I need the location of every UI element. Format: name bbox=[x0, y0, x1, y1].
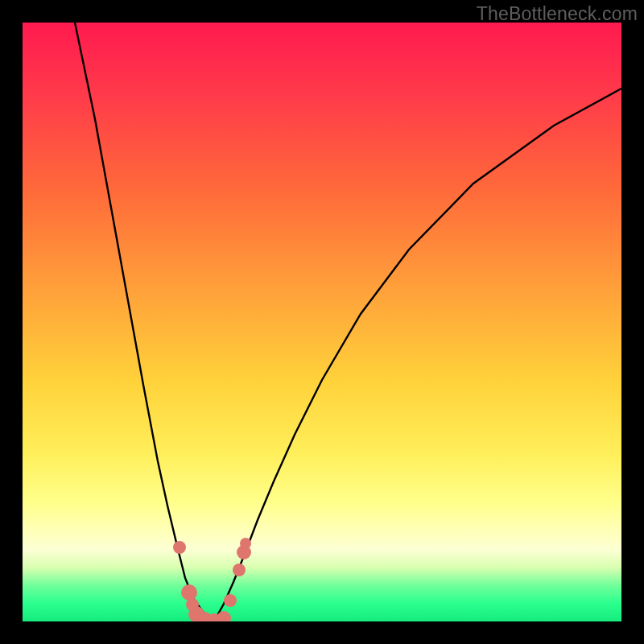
curve-left-branch bbox=[75, 23, 214, 621]
plot-frame bbox=[23, 23, 621, 621]
highlight-dot bbox=[181, 584, 197, 601]
curve-right-branch bbox=[214, 89, 621, 621]
highlight-dot bbox=[173, 541, 186, 554]
highlight-dot bbox=[224, 594, 237, 607]
bottleneck-chart bbox=[23, 23, 621, 621]
highlight-dot bbox=[240, 538, 251, 549]
highlight-dot bbox=[233, 564, 246, 576]
watermark-text: TheBottleneck.com bbox=[477, 3, 638, 25]
